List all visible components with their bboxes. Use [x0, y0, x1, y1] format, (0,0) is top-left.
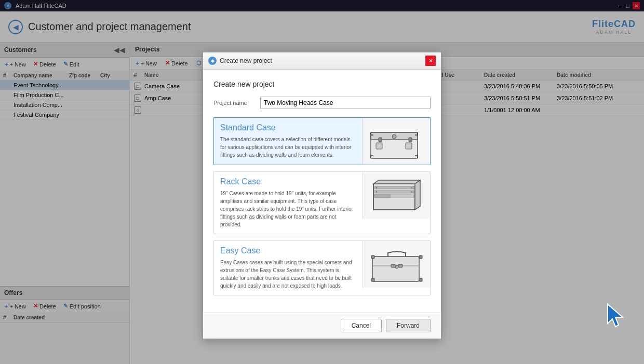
project-name-input[interactable] — [260, 97, 431, 109]
svg-point-16 — [411, 191, 412, 193]
dialog-titlebar: ◆ Create new project ✕ — [203, 52, 441, 70]
svg-rect-17 — [372, 257, 419, 281]
easy-case-option[interactable]: Easy Case Easy Cases cases are built usi… — [213, 240, 431, 295]
dialog-icon: ◆ — [208, 57, 217, 65]
svg-rect-10 — [374, 191, 414, 193]
forward-button[interactable]: Forward — [386, 319, 431, 332]
dialog-body: Create new project Project name Standard… — [203, 70, 441, 312]
svg-rect-23 — [371, 278, 374, 281]
svg-rect-7 — [406, 143, 412, 149]
cancel-button[interactable]: Cancel — [341, 319, 382, 332]
svg-marker-26 — [608, 304, 623, 327]
easy-case-image — [363, 241, 430, 288]
svg-rect-22 — [419, 255, 422, 259]
dialog-footer: Cancel Forward — [203, 312, 441, 339]
standard-case-option[interactable]: Standard Case The standard case covers a… — [213, 117, 431, 165]
project-name-row: Project name — [213, 97, 431, 109]
dialog-overlay: ◆ Create new project ✕ Create new projec… — [0, 0, 644, 364]
create-project-dialog: ◆ Create new project ✕ Create new projec… — [203, 52, 441, 339]
dialog-title: Create new project — [220, 57, 272, 64]
svg-point-13 — [375, 187, 377, 188]
cursor-arrow — [605, 302, 626, 328]
standard-case-title: Standard Case — [220, 123, 356, 132]
standard-case-desc: The standard case covers a selection of … — [220, 136, 356, 159]
easy-case-desc: Easy Cases cases are built using the spe… — [220, 259, 356, 290]
svg-point-15 — [375, 191, 377, 193]
svg-rect-6 — [376, 143, 382, 149]
svg-point-14 — [411, 187, 412, 188]
dialog-heading: Create new project — [213, 80, 431, 88]
svg-rect-24 — [419, 278, 422, 281]
svg-rect-9 — [374, 186, 414, 189]
rack-case-image — [363, 172, 430, 219]
svg-rect-12 — [374, 195, 390, 197]
svg-point-4 — [392, 134, 396, 139]
rack-case-desc: 19" Cases are made to hold 19" units, fo… — [220, 190, 356, 228]
svg-rect-21 — [371, 255, 374, 259]
rack-case-option[interactable]: Rack Case 19" Cases are made to hold 19"… — [213, 171, 431, 234]
rack-case-title: Rack Case — [220, 177, 356, 186]
svg-point-25 — [395, 265, 398, 268]
svg-rect-19 — [391, 264, 395, 267]
svg-rect-20 — [398, 264, 403, 267]
standard-case-image — [363, 118, 430, 165]
easy-case-title: Easy Case — [220, 246, 356, 255]
project-name-label: Project name — [213, 100, 255, 106]
dialog-close-button[interactable]: ✕ — [425, 56, 436, 66]
